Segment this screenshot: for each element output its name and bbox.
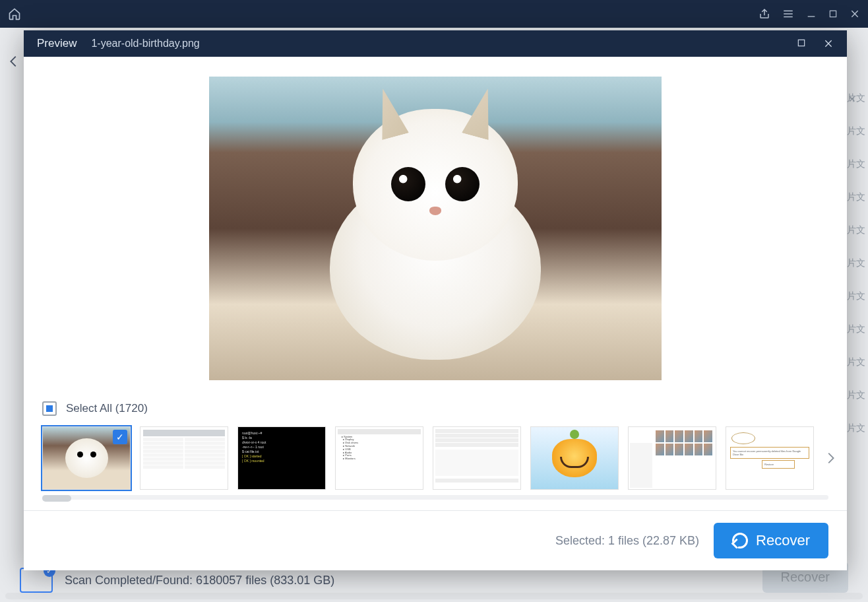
minimize-icon[interactable] — [806, 9, 817, 19]
svg-rect-0 — [830, 11, 836, 17]
modal-maximize-icon[interactable] — [797, 38, 806, 49]
maximize-icon[interactable] — [828, 9, 838, 18]
thumbnail[interactable] — [530, 426, 619, 490]
modal-close-icon[interactable] — [823, 38, 834, 49]
preview-modal: Preview 1-year-old-birthday.png — [24, 30, 847, 570]
menu-icon[interactable] — [782, 8, 794, 20]
thumbnail[interactable]: You cannot recover permanently deleted f… — [726, 426, 814, 490]
close-icon[interactable] — [850, 9, 860, 19]
recover-button[interactable]: Recover — [714, 523, 828, 558]
scan-status-bar: Scan Completed/Found: 6180057 files (833… — [20, 568, 334, 593]
selected-status: Selected: 1 files (22.87 KB) — [555, 534, 699, 548]
thumbnail[interactable] — [433, 426, 521, 490]
modal-footer: Selected: 1 files (22.87 KB) Recover — [24, 511, 847, 570]
modal-filename: 1-year-old-birthday.png — [91, 38, 199, 50]
modal-titlebar: Preview 1-year-old-birthday.png — [24, 30, 847, 57]
next-thumbnails-icon[interactable] — [823, 451, 838, 465]
modal-title: Preview — [37, 37, 77, 50]
thumbnail[interactable] — [628, 426, 716, 490]
back-icon[interactable] — [7, 54, 21, 69]
preview-area — [24, 57, 847, 393]
thumbnail[interactable] — [140, 426, 228, 490]
select-all-row[interactable]: Select All (1720) — [24, 393, 847, 422]
app-titlebar — [0, 0, 868, 28]
home-icon[interactable] — [8, 7, 21, 20]
recover-label: Recover — [756, 532, 810, 549]
preview-image — [209, 77, 662, 380]
disk-complete-icon — [20, 568, 53, 593]
thumbnail[interactable]: root@host:~# $ ls -la drwxr-xr-x 4 root … — [237, 426, 326, 490]
checkmark-icon: ✓ — [113, 430, 127, 444]
bg-scrollbar[interactable] — [5, 593, 863, 599]
thumbnail-strip: ✓ root@host:~# $ ls -la drwxr-xr-x 4 roo… — [24, 422, 847, 495]
restore-icon — [732, 533, 748, 549]
thumbnail[interactable]: ▸ System ▸ Display ▸ Disk drives ▸ Netwo… — [335, 426, 423, 490]
thumbnail[interactable]: ✓ — [42, 426, 131, 490]
bg-file-list: 片文片文片文片文片文片文片文片文片文片文片文 — [847, 92, 865, 434]
svg-rect-1 — [798, 40, 804, 46]
select-all-label: Select All (1720) — [66, 402, 148, 415]
share-icon[interactable] — [759, 8, 770, 20]
scan-status-text: Scan Completed/Found: 6180057 files (833… — [65, 574, 334, 587]
select-all-checkbox[interactable] — [42, 401, 57, 416]
thumbnail-scrollbar[interactable] — [42, 495, 828, 500]
